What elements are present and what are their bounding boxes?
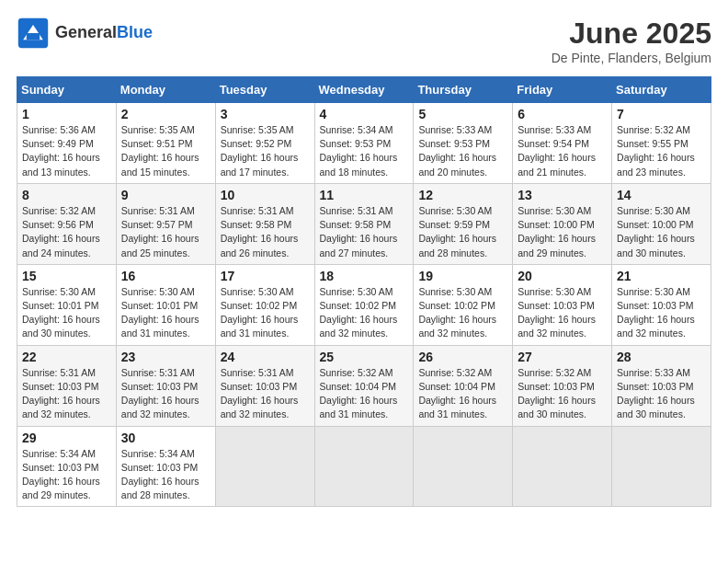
day-number: 18 <box>320 269 409 283</box>
day-detail: Sunrise: 5:34 AMSunset: 10:03 PMDaylight… <box>121 448 199 501</box>
day-detail: Sunrise: 5:30 AMSunset: 10:01 PMDaylight… <box>121 286 199 339</box>
table-row: 26 Sunrise: 5:32 AMSunset: 10:04 PMDayli… <box>414 345 513 426</box>
day-number: 30 <box>121 431 210 445</box>
table-row: 6 Sunrise: 5:33 AMSunset: 9:54 PMDayligh… <box>513 103 612 184</box>
calendar-week-row: 15 Sunrise: 5:30 AMSunset: 10:01 PMDayli… <box>17 264 711 345</box>
table-row: 20 Sunrise: 5:30 AMSunset: 10:03 PMDayli… <box>513 264 612 345</box>
page-header: GeneralBlue June 2025 De Pinte, Flanders… <box>17 17 711 65</box>
calendar-week-row: 8 Sunrise: 5:32 AMSunset: 9:56 PMDayligh… <box>17 183 711 264</box>
logo-text-line1: GeneralBlue <box>55 24 153 42</box>
table-row: 19 Sunrise: 5:30 AMSunset: 10:02 PMDayli… <box>414 264 513 345</box>
day-number: 20 <box>518 269 607 283</box>
day-number: 8 <box>22 188 111 202</box>
day-number: 21 <box>617 269 706 283</box>
day-detail: Sunrise: 5:31 AMSunset: 10:03 PMDaylight… <box>221 367 299 420</box>
table-row: 30 Sunrise: 5:34 AMSunset: 10:03 PMDayli… <box>116 426 215 507</box>
day-number: 25 <box>320 350 409 364</box>
day-detail: Sunrise: 5:32 AMSunset: 10:03 PMDaylight… <box>518 367 596 420</box>
day-detail: Sunrise: 5:30 AMSunset: 10:00 PMDaylight… <box>617 205 695 259</box>
table-row: 13 Sunrise: 5:30 AMSunset: 10:00 PMDayli… <box>513 183 612 264</box>
day-detail: Sunrise: 5:30 AMSunset: 10:01 PMDaylight… <box>22 286 100 339</box>
day-detail: Sunrise: 5:32 AMSunset: 10:04 PMDaylight… <box>320 367 398 420</box>
logo: GeneralBlue <box>17 17 153 50</box>
table-row: 24 Sunrise: 5:31 AMSunset: 10:03 PMDayli… <box>215 345 314 426</box>
day-number: 14 <box>617 188 706 202</box>
header-wednesday: Wednesday <box>314 77 414 103</box>
day-detail: Sunrise: 5:35 AMSunset: 9:52 PMDaylight:… <box>221 124 299 178</box>
table-row: 12 Sunrise: 5:30 AMSunset: 9:59 PMDaylig… <box>414 183 513 264</box>
day-number: 6 <box>518 107 607 121</box>
day-number: 17 <box>221 269 310 283</box>
day-detail: Sunrise: 5:32 AMSunset: 9:55 PMDaylight:… <box>617 124 695 178</box>
table-row: 8 Sunrise: 5:32 AMSunset: 9:56 PMDayligh… <box>17 183 117 264</box>
day-detail: Sunrise: 5:36 AMSunset: 9:49 PMDaylight:… <box>22 124 100 178</box>
calendar-week-row: 29 Sunrise: 5:34 AMSunset: 10:03 PMDayli… <box>17 426 711 507</box>
empty-cell <box>612 426 711 507</box>
weekday-header-row: Sunday Monday Tuesday Wednesday Thursday… <box>17 77 711 103</box>
table-row: 23 Sunrise: 5:31 AMSunset: 10:03 PMDayli… <box>116 345 215 426</box>
header-thursday: Thursday <box>414 77 513 103</box>
day-number: 15 <box>22 269 111 283</box>
day-number: 13 <box>518 188 607 202</box>
day-detail: Sunrise: 5:30 AMSunset: 10:03 PMDaylight… <box>518 286 596 339</box>
table-row: 1 Sunrise: 5:36 AMSunset: 9:49 PMDayligh… <box>17 103 117 184</box>
table-row: 16 Sunrise: 5:30 AMSunset: 10:01 PMDayli… <box>116 264 215 345</box>
header-sunday: Sunday <box>17 77 117 103</box>
table-row: 3 Sunrise: 5:35 AMSunset: 9:52 PMDayligh… <box>215 103 314 184</box>
day-number: 28 <box>617 350 706 364</box>
table-row: 27 Sunrise: 5:32 AMSunset: 10:03 PMDayli… <box>513 345 612 426</box>
calendar-week-row: 22 Sunrise: 5:31 AMSunset: 10:03 PMDayli… <box>17 345 711 426</box>
table-row: 28 Sunrise: 5:33 AMSunset: 10:03 PMDayli… <box>612 345 711 426</box>
table-row: 14 Sunrise: 5:30 AMSunset: 10:00 PMDayli… <box>612 183 711 264</box>
day-number: 7 <box>617 107 706 121</box>
day-detail: Sunrise: 5:32 AMSunset: 9:56 PMDaylight:… <box>22 205 100 259</box>
header-monday: Monday <box>116 77 215 103</box>
calendar-subtitle: De Pinte, Flanders, Belgium <box>552 51 711 65</box>
day-number: 3 <box>221 107 310 121</box>
svg-rect-2 <box>27 33 40 40</box>
day-number: 19 <box>418 269 507 283</box>
day-detail: Sunrise: 5:30 AMSunset: 10:00 PMDaylight… <box>518 205 596 259</box>
table-row: 29 Sunrise: 5:34 AMSunset: 10:03 PMDayli… <box>17 426 117 507</box>
day-detail: Sunrise: 5:31 AMSunset: 10:03 PMDaylight… <box>22 367 100 420</box>
day-detail: Sunrise: 5:34 AMSunset: 10:03 PMDaylight… <box>22 448 100 501</box>
day-detail: Sunrise: 5:33 AMSunset: 9:53 PMDaylight:… <box>418 124 496 178</box>
table-row: 5 Sunrise: 5:33 AMSunset: 9:53 PMDayligh… <box>414 103 513 184</box>
day-number: 11 <box>320 188 409 202</box>
table-row: 9 Sunrise: 5:31 AMSunset: 9:57 PMDayligh… <box>116 183 215 264</box>
day-detail: Sunrise: 5:33 AMSunset: 9:54 PMDaylight:… <box>518 124 596 178</box>
day-detail: Sunrise: 5:31 AMSunset: 9:58 PMDaylight:… <box>221 205 299 259</box>
day-number: 1 <box>22 107 111 121</box>
day-number: 10 <box>221 188 310 202</box>
header-saturday: Saturday <box>612 77 711 103</box>
calendar-week-row: 1 Sunrise: 5:36 AMSunset: 9:49 PMDayligh… <box>17 103 711 184</box>
day-detail: Sunrise: 5:30 AMSunset: 10:03 PMDaylight… <box>617 286 695 339</box>
day-detail: Sunrise: 5:30 AMSunset: 10:02 PMDaylight… <box>221 286 299 339</box>
day-number: 9 <box>121 188 210 202</box>
day-number: 16 <box>121 269 210 283</box>
table-row: 21 Sunrise: 5:30 AMSunset: 10:03 PMDayli… <box>612 264 711 345</box>
logo-icon <box>17 17 50 50</box>
day-number: 27 <box>518 350 607 364</box>
day-detail: Sunrise: 5:31 AMSunset: 9:58 PMDaylight:… <box>320 205 398 259</box>
table-row: 22 Sunrise: 5:31 AMSunset: 10:03 PMDayli… <box>17 345 117 426</box>
table-row: 4 Sunrise: 5:34 AMSunset: 9:53 PMDayligh… <box>314 103 414 184</box>
day-number: 23 <box>121 350 210 364</box>
day-detail: Sunrise: 5:30 AMSunset: 10:02 PMDaylight… <box>320 286 398 339</box>
empty-cell <box>314 426 414 507</box>
day-number: 26 <box>418 350 507 364</box>
day-detail: Sunrise: 5:33 AMSunset: 10:03 PMDaylight… <box>617 367 695 420</box>
header-friday: Friday <box>513 77 612 103</box>
day-number: 24 <box>221 350 310 364</box>
table-row: 10 Sunrise: 5:31 AMSunset: 9:58 PMDaylig… <box>215 183 314 264</box>
day-number: 22 <box>22 350 111 364</box>
empty-cell <box>414 426 513 507</box>
empty-cell <box>215 426 314 507</box>
day-number: 29 <box>22 431 111 445</box>
table-row: 7 Sunrise: 5:32 AMSunset: 9:55 PMDayligh… <box>612 103 711 184</box>
calendar-table: Sunday Monday Tuesday Wednesday Thursday… <box>17 76 711 507</box>
empty-cell <box>513 426 612 507</box>
day-detail: Sunrise: 5:34 AMSunset: 9:53 PMDaylight:… <box>320 124 398 178</box>
table-row: 17 Sunrise: 5:30 AMSunset: 10:02 PMDayli… <box>215 264 314 345</box>
day-number: 5 <box>418 107 507 121</box>
